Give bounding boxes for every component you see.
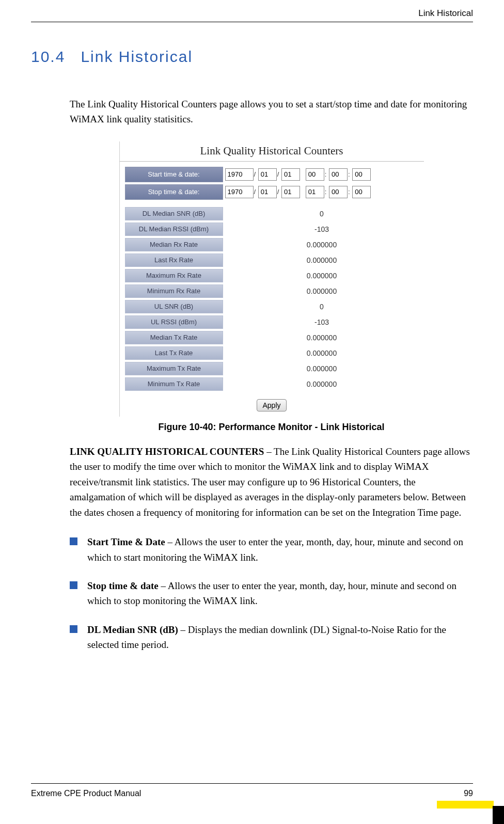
table-row: UL SNR (dB)0 [125, 300, 419, 313]
stop-month-input[interactable] [258, 186, 277, 198]
desc-lead: LINK QUALITY HISTORICAL COUNTERS [70, 446, 264, 457]
stat-value: 0.000000 [225, 331, 419, 344]
stat-label: DL Median RSSI (dBm) [125, 223, 223, 236]
stat-value: 0 [225, 207, 419, 220]
stat-value: 0.000000 [225, 238, 419, 251]
table-row: Last Rx Rate0.000000 [125, 253, 419, 267]
table-row: Last Tx Rate0.000000 [125, 346, 419, 360]
screenshot-panel: Link Quality Historical Counters Start t… [119, 141, 424, 417]
stat-label: DL Median SNR (dB) [125, 207, 223, 220]
figure: Link Quality Historical Counters Start t… [70, 141, 473, 433]
stat-label: Minimum Tx Rate [125, 377, 223, 391]
stat-label: Minimum Rx Rate [125, 284, 223, 298]
intro-paragraph: The Link Quality Historical Counters pag… [70, 97, 473, 127]
start-sec-input[interactable] [352, 168, 371, 181]
stop-day-input[interactable] [281, 186, 300, 198]
table-row: DL Median SNR (dB)0 [125, 207, 419, 220]
stat-label: Last Rx Rate [125, 253, 223, 267]
stat-value: -103 [225, 223, 419, 236]
stat-label: UL RSSI (dBm) [125, 315, 223, 329]
stat-value: 0.000000 [225, 284, 419, 298]
start-label: Start time & date: [125, 167, 223, 182]
footer-left: Extreme CPE Product Manual [31, 789, 141, 798]
bullet-list: Start Time & Date – Allows the user to e… [70, 534, 473, 653]
stop-label: Stop time & date: [125, 184, 223, 200]
page-number: 99 [464, 789, 473, 798]
stat-label: Maximum Rx Rate [125, 269, 223, 282]
bullet-bold: DL Median SNR (dB) [87, 624, 178, 635]
stop-hour-input[interactable] [306, 186, 324, 198]
table-row: UL RSSI (dBm)-103 [125, 315, 419, 329]
stop-year-input[interactable] [225, 186, 254, 198]
start-hour-input[interactable] [306, 168, 324, 181]
stat-value: 0.000000 [225, 253, 419, 267]
stat-label: Last Tx Rate [125, 346, 223, 360]
table-row: Maximum Rx Rate0.000000 [125, 269, 419, 282]
stop-inputs: / / : : [225, 184, 419, 200]
start-min-input[interactable] [329, 168, 348, 181]
bullet-bold: Stop time & date [87, 580, 159, 591]
stat-label: Median Tx Rate [125, 331, 223, 344]
stat-label: Median Rx Rate [125, 238, 223, 251]
list-item: Stop time & date – Allows the user to en… [70, 578, 473, 609]
stat-value: 0 [225, 300, 419, 313]
stop-min-input[interactable] [329, 186, 348, 198]
stat-value: 0.000000 [225, 269, 419, 282]
footer: Extreme CPE Product Manual 99 [31, 783, 473, 798]
header-rule [31, 22, 473, 22]
stat-value: -103 [225, 315, 419, 329]
stat-label: UL SNR (dB) [125, 300, 223, 313]
table-row: Minimum Rx Rate0.000000 [125, 284, 419, 298]
list-item: Start Time & Date – Allows the user to e… [70, 534, 473, 565]
stat-value: 0.000000 [225, 362, 419, 375]
start-day-input[interactable] [281, 168, 300, 181]
stop-sec-input[interactable] [352, 186, 371, 198]
table-row: Median Rx Rate0.000000 [125, 238, 419, 251]
stat-value: 0.000000 [225, 346, 419, 360]
section-number: 10.4 [31, 48, 65, 65]
corner-mark [437, 798, 504, 824]
section-title: Link Historical [81, 48, 193, 65]
table-row: Maximum Tx Rate0.000000 [125, 362, 419, 375]
apply-button[interactable]: Apply [257, 399, 286, 411]
stat-label: Maximum Tx Rate [125, 362, 223, 375]
footer-rule [31, 783, 473, 784]
start-inputs: / / : : [225, 167, 419, 182]
stat-value: 0.000000 [225, 377, 419, 391]
table-row: Minimum Tx Rate0.000000 [125, 377, 419, 391]
section-heading: 10.4Link Historical [31, 48, 473, 66]
description-paragraph: LINK QUALITY HISTORICAL COUNTERS – The L… [70, 444, 473, 520]
table-row: Median Tx Rate0.000000 [125, 331, 419, 344]
running-header: Link Historical [31, 5, 473, 22]
figure-caption: Figure 10-40: Performance Monitor - Link… [70, 422, 473, 433]
list-item: DL Median SNR (dB) – Displays the median… [70, 622, 473, 653]
start-year-input[interactable] [225, 168, 254, 181]
stats-table: DL Median SNR (dB)0DL Median RSSI (dBm)-… [120, 205, 424, 396]
bullet-bold: Start Time & Date [87, 536, 165, 547]
datetime-config: Start time & date: / / : : Stop time & d… [120, 162, 424, 205]
start-month-input[interactable] [258, 168, 277, 181]
table-row: DL Median RSSI (dBm)-103 [125, 223, 419, 236]
panel-title: Link Quality Historical Counters [120, 141, 424, 162]
